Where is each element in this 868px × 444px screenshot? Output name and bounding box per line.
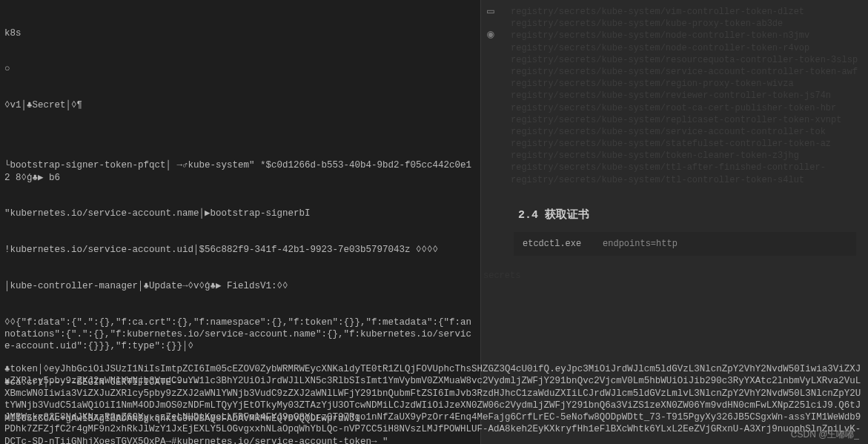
dim-line: registry/secrets/kube-system/node-contro…	[511, 42, 859, 54]
dim-line: registry/secrets/kube-system/service-acc…	[511, 66, 859, 78]
line: ◊◊{"f:data":{".":{},"f:ca.crt":{},"f:nam…	[4, 317, 476, 353]
line: │kube-controller-manager│♣Update→◊v◊ģ♣▶ …	[4, 280, 476, 292]
dim-line: registry/secrets/kube-system/service-acc…	[511, 126, 859, 138]
dim-registry-list: registry/secrets/kube-system/vim-control…	[511, 6, 859, 186]
dim-line: registry/secrets/kube-system/root-ca-cer…	[511, 102, 859, 114]
code-block[interactable]: etcdctl.exe endpoints=http	[514, 232, 856, 256]
dim-line: registry/secrets/kube-system/kube-proxy-…	[511, 18, 859, 30]
code-args: endpoints=http	[603, 239, 677, 249]
token-output: ♣token│◊eyJhbGciOiJSUzI1NiIsImtpZCI6Im05…	[4, 363, 864, 444]
faded-label: secrets	[483, 271, 520, 282]
dim-line: registry/secrets/kube-system/vim-control…	[511, 6, 859, 18]
line: ○	[4, 63, 476, 75]
line: "kubernetes.io/service-account.name│▶boo…	[4, 208, 476, 219]
dim-line: registry/secrets/kube-system/resourcequo…	[511, 54, 859, 66]
section-header: 2.4 获取证书	[511, 208, 859, 223]
dim-line: registry/secrets/kube-system/ttl-control…	[511, 174, 859, 186]
eye-icon[interactable]: ◉	[487, 27, 494, 43]
line: ◊v1│♣Secret│◊¶	[4, 99, 476, 111]
book-icon[interactable]: ▭	[487, 4, 494, 20]
dim-line: registry/secrets/kube-system/token-clean…	[511, 150, 859, 162]
line: !kubernetes.io/service-account.uid│$56c8…	[4, 244, 476, 256]
line: └bootstrap-signer-token-pfqct│ →♂kube-sy…	[4, 159, 476, 184]
line: k8s	[4, 27, 476, 39]
dim-line: registry/secrets/kube-system/replicaset-…	[511, 114, 859, 126]
watermark: CSDN @王嘟嘟_	[791, 429, 859, 441]
dim-line: registry/secrets/kube-system/ttl-after-f…	[511, 162, 859, 173]
dim-line: registry/secrets/kube-system/node-contro…	[511, 30, 859, 42]
code-cmd: etcdctl.exe	[523, 239, 581, 249]
dim-line: registry/secrets/kube-system/region-prox…	[511, 78, 859, 90]
dim-line: registry/secrets/kube-system/reviewer-co…	[511, 90, 859, 102]
dim-line: registry/secrets/kube-system/statefulset…	[511, 138, 859, 150]
